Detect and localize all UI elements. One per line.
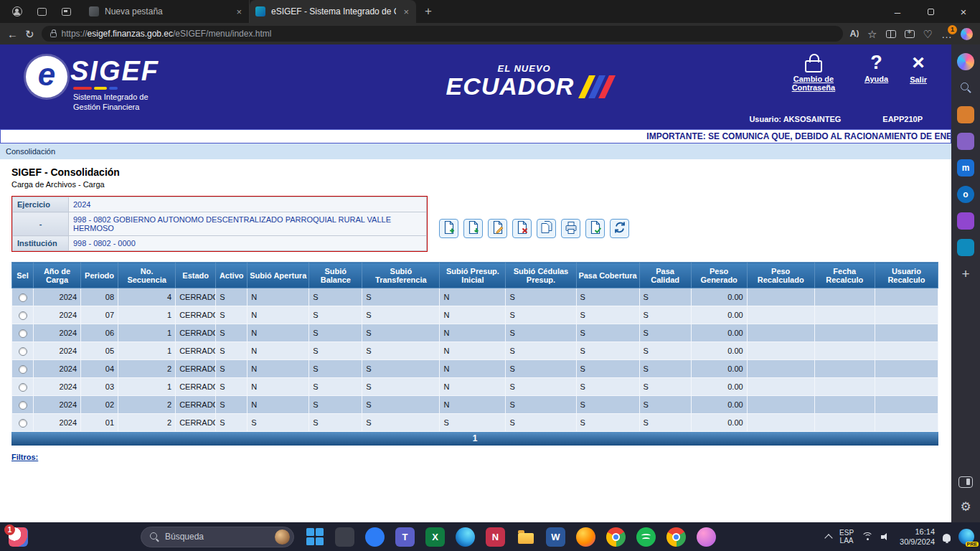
cambio-contrasena-link[interactable]: Cambio de Contraseña [784,52,843,92]
sidebar-panel-icon[interactable] [958,476,973,488]
copilot-icon[interactable] [957,53,974,70]
add-copy-button[interactable] [463,219,483,238]
row-select-radio[interactable] [19,329,27,338]
taskbar-search[interactable]: Búsqueda [141,527,294,547]
cell [875,396,938,414]
taskbar-app-excel-app[interactable]: X [425,527,445,547]
cell: 04 [81,360,118,378]
wifi-icon[interactable] [862,532,873,542]
taskbar-app-chat-app[interactable] [365,527,385,547]
print-button[interactable] [561,219,580,238]
people-icon[interactable] [957,133,974,150]
drop-icon[interactable] [957,239,974,256]
clock[interactable]: 16:1430/9/2024 [900,527,935,547]
minimize-button[interactable]: – [881,0,914,23]
taskbar-app-chrome-profile-app[interactable] [666,527,686,547]
language-indicator[interactable]: ESPLAA [839,529,854,545]
cell: 1 [118,342,176,360]
cell: S [576,360,639,378]
taskbar-app-file-explorer-app[interactable] [516,527,535,547]
split-screen-icon[interactable] [886,30,896,38]
row-select-radio[interactable] [19,347,27,356]
el-nuevo-ecuador-logo: EL NUEVO ECUADOR [446,63,610,98]
table-row: 2024042CERRADOSNSSNSSS0.00 [12,360,938,378]
new-document-button[interactable] [439,219,458,238]
tab-close-icon[interactable]: × [402,6,410,17]
taskbar-app-paw-app[interactable] [697,527,716,547]
hidden-icons-chevron-icon[interactable] [824,534,832,542]
outlook-icon[interactable]: o [957,186,974,203]
back-icon[interactable]: ← [7,29,18,39]
address-bar[interactable]: https://esigef.finanzas.gob.ec/eSIGEF/me… [42,26,843,42]
cell [814,414,875,432]
profile-icon[interactable] [10,4,24,19]
taskbar-app-teams-app[interactable]: T [395,527,415,547]
taskbar-app-edge-app[interactable] [456,527,475,547]
close-button[interactable]: × [947,0,980,23]
cell: S [506,342,576,360]
copy-document-icon [539,220,555,237]
ayuda-link[interactable]: ? Ayuda [864,52,888,83]
salir-link[interactable]: × Salir [910,52,927,84]
read-aloud-icon[interactable]: A) [850,29,859,39]
browser-tab-esigef[interactable]: eSIGEF - Sistema Integrado de G × [250,0,416,23]
cell: S [506,306,576,324]
taskbar-app-start[interactable] [305,527,324,547]
https-lock-icon [50,32,57,37]
pagination-bar[interactable]: 1 [11,432,938,446]
cell: S [362,342,440,360]
records-table: SelAño de CargaPeriodoNo. SecuenciaEstad… [11,262,938,432]
copy-document-button[interactable] [537,219,556,238]
cell: N [440,324,506,342]
breadcrumb[interactable]: Consolidación [0,143,951,159]
browser-essentials-icon[interactable]: ♡ [923,29,933,39]
row-select-radio[interactable] [19,311,27,320]
taskbar-app-chrome-app[interactable] [606,527,626,547]
cell: 2024 [34,414,81,432]
page-number[interactable]: 1 [473,433,478,443]
refresh-icon[interactable]: ↻ [25,29,34,39]
row-select-radio[interactable] [19,401,27,410]
new-tab-button[interactable]: + [416,4,440,19]
delete-document-button[interactable] [512,219,532,238]
taskbar-app-spotify-app[interactable] [636,527,656,547]
validate-document-button[interactable] [585,219,605,238]
collections-icon[interactable] [905,30,915,38]
notifications-bell-icon[interactable] [943,534,951,542]
edge-pre-icon[interactable]: PRE [958,529,974,545]
sel-cell [12,414,34,432]
taskbar-app-firefox-app[interactable] [576,527,595,547]
settings-more-icon[interactable]: …1 [941,29,952,39]
filtros-link[interactable]: Filtros: [11,453,38,461]
cell: S [309,288,362,306]
tab-actions-icon[interactable] [59,4,73,19]
row-select-radio[interactable] [19,383,27,392]
row-select-radio[interactable] [19,365,27,374]
volume-icon[interactable] [881,532,892,542]
search-icon[interactable] [957,80,974,97]
browser-tab-new[interactable]: Nueva pestaña × [83,0,250,23]
tools-icon[interactable] [957,106,974,123]
row-select-radio[interactable] [19,419,27,428]
cell [747,324,814,342]
copilot-icon[interactable] [961,28,973,40]
edit-document-button[interactable] [488,219,507,238]
maximize-button[interactable] [914,0,947,23]
process-button[interactable] [610,219,629,238]
row-select-radio[interactable] [19,293,27,302]
tab-close-icon[interactable]: × [235,6,243,17]
m365-icon[interactable]: m [957,159,974,176]
taskbar-app-onenote-red-app[interactable]: N [486,527,505,547]
widgets-button[interactable]: 1 [9,527,28,547]
games-icon[interactable] [957,212,974,230]
taskbar-app-word-app[interactable]: W [546,527,565,547]
add-sidebar-item-icon[interactable]: + [957,265,974,283]
cell: 0.00 [691,324,747,342]
taskbar-app-dark-app[interactable] [335,527,354,547]
settings-gear-icon[interactable]: ⚙ [957,498,974,515]
cell: N [248,378,309,396]
print-icon [563,220,579,237]
workspaces-icon[interactable] [34,4,49,19]
cell: S [216,306,248,324]
favorites-star-icon[interactable]: ☆ [867,29,877,39]
